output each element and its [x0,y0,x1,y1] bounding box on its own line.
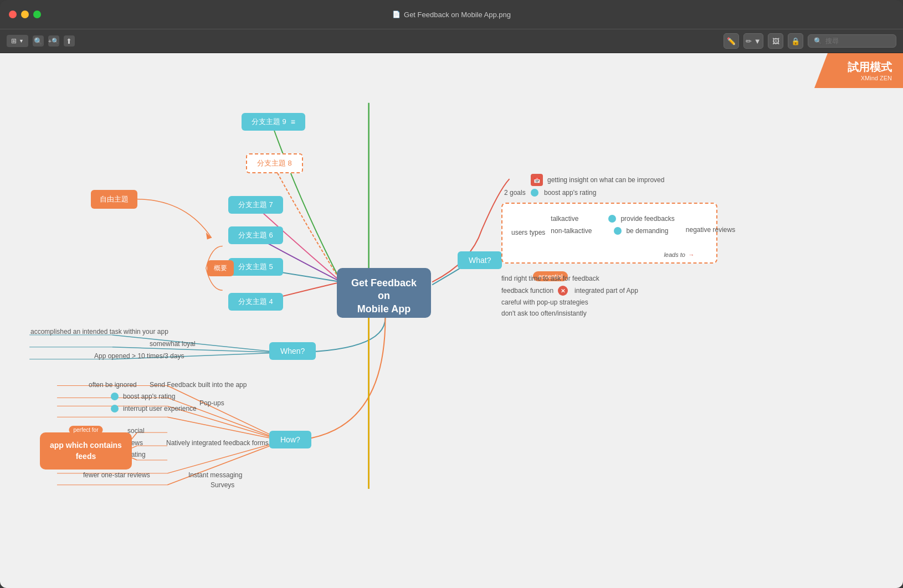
interrupt-bullet-icon [111,405,119,412]
branch5-label[interactable]: 分支主題 5 [228,258,283,276]
feedback-function-item: feedback function ✕ integrated part of A… [501,286,638,296]
mindmap-connectors [0,53,903,588]
be-demanding-item: be demanding [614,227,674,235]
branch7-node[interactable]: 分支主題 7 [228,196,283,214]
branch9-label[interactable]: 分支主題 9 ≡ [242,113,305,131]
share-icon: ⬆ [66,37,72,45]
lock-icon: 🔒 [791,37,800,45]
pencil-tool-button[interactable]: ✏️ [724,33,739,49]
natively-integrated-text: Natively integrated feedback forms [166,439,269,447]
what-label[interactable]: What? [458,251,502,269]
branch4-label[interactable]: 分支主題 4 [228,293,283,311]
user-types-list: talkactive non-talkactive [551,210,592,235]
outline-node[interactable]: 概要 [207,260,234,276]
svg-line-3 [112,335,284,353]
goals-label: 2 goals [504,189,526,197]
when-label[interactable]: When? [269,342,316,360]
what-node[interactable]: What? [458,251,502,269]
send-feedback-text: Send Feedback built into the app [150,381,247,389]
grid-icon: ⊞ [11,37,17,45]
share-button[interactable]: ⬆ [64,35,75,47]
minimize-button[interactable] [21,11,29,18]
branch8-node[interactable]: 分支主題 8 [246,153,303,173]
canvas: 分支主題 9 ≡ 分支主題 8 分支主題 7 分支主題 6 分支主題 5 [0,53,903,588]
maximize-button[interactable] [33,11,41,18]
app-node-wrapper[interactable]: perfect for app which containsfeeds [40,432,132,470]
bullet-icon2 [614,227,622,235]
branch8-label[interactable]: 分支主題 8 [246,153,303,173]
lock-button[interactable]: 🔒 [788,33,803,49]
zoom-out-icon: 🔍 [34,37,43,45]
boost-rating-item: boost app's rating [111,393,175,400]
goal2-item: boost app's rating [531,189,596,197]
surveys-text: Surveys [211,481,234,489]
branch4-node[interactable]: 分支主題 4 [228,293,283,311]
talkactive-item: talkactive [551,215,592,223]
non-talkactive-item: non-talkactive [551,227,592,235]
popups-text: Pop-ups [199,399,224,407]
how-label[interactable]: How? [269,431,311,448]
app-node-container: perfect for app which containsfeeds [40,432,132,470]
image-icon: 🖼 [772,37,779,45]
fewer-reviews-text: fewer one-star reviews [83,471,150,479]
search-box[interactable]: 🔍 [808,34,896,48]
leads-to-text: leads to → [664,251,694,258]
image-export-button[interactable]: 🖼 [768,33,783,49]
perfect-for-badge: perfect for [69,426,102,434]
free-topic-node[interactable]: 自由主題 [91,190,137,209]
interrupt-item: interrupt user experience [111,405,197,412]
trial-main-text: 試用模式 [825,60,892,75]
instant-messaging-text: Instant messaging [188,471,242,479]
users-types-label: users types [511,210,545,237]
careful-text: careful with pop-up strategies [501,298,588,306]
somewhat-loyal-text: somewhat loyal [150,340,196,348]
bullet-icon [608,215,616,223]
goal1-text: getting insight on what can be improved [547,176,664,184]
tool-dropdown-button[interactable]: ✏ ▼ [743,33,763,49]
goal2-text: boost app's rating [544,189,596,197]
provide-feedbacks-item: provide feedbacks [608,215,674,223]
dont-ask-text: don't ask too often/insistantly [501,310,587,317]
traffic-lights [9,11,41,18]
blue-bullet-icon [531,189,538,197]
svg-line-9 [167,386,283,441]
zoom-out-button[interactable]: 🔍 [33,35,44,47]
negative-reviews-item: negative reviews [686,210,735,234]
branch9-node[interactable]: 分支主題 9 ≡ [242,113,305,131]
accomplished-text: accomplished an intended task within you… [30,328,168,336]
branch6-label[interactable]: 分支主題 6 [228,226,283,244]
branch6-node[interactable]: 分支主題 6 [228,226,283,244]
tool-dropdown-icon: ✏ ▼ [746,37,761,45]
pencil-icon: ✏️ [727,37,736,45]
window-title: 📄 Get Feedback on Mobile App.png [392,11,511,19]
branch7-label[interactable]: 分支主題 7 [228,196,283,214]
panel-content: users types talkactive non-talkactive pr… [511,210,707,256]
when-node[interactable]: When? [269,342,316,360]
dropdown-arrow: ▼ [19,38,24,44]
users-panel: users types talkactive non-talkactive pr… [501,203,717,264]
close-button[interactable] [9,11,17,18]
free-topic-label[interactable]: 自由主題 [91,190,137,209]
search-input[interactable] [825,37,892,45]
app-node-label[interactable]: app which containsfeeds [40,432,132,470]
goal1-item: 📅 getting insight on what can be improve… [531,174,664,186]
outline-label[interactable]: 概要 [207,260,234,276]
toolbar-right: ✏️ ✏ ▼ 🖼 🔒 🔍 [724,33,896,49]
trial-sub-text: XMind ZEN [825,75,892,81]
search-icon: 🔍 [814,37,822,45]
app-window: 📄 Get Feedback on Mobile App.png ⊞ ▼ 🔍 +… [0,0,903,588]
trial-badge: 試用模式 XMind ZEN [814,53,903,88]
central-label[interactable]: Get Feedback onMobile App [337,268,431,318]
svg-marker-2 [206,233,212,240]
central-node[interactable]: Get Feedback onMobile App [337,268,431,318]
app-opened-text: App opened > 10 times/3 days [94,352,184,360]
zoom-in-button[interactable]: +🔍 [48,35,59,47]
feedback-types: provide feedbacks be demanding [608,210,674,235]
red-x-icon: ✕ [558,286,568,296]
toolbar: ⊞ ▼ 🔍 +🔍 ⬆ ✏️ ✏ ▼ 🖼 🔒 🔍 [0,29,903,53]
branch5-node[interactable]: 分支主題 5 [228,258,283,276]
find-time-text: find right time to ask for feedback [501,275,599,282]
calendar-icon: 📅 [531,174,543,186]
view-toggle-button[interactable]: ⊞ ▼ [7,35,28,47]
how-node[interactable]: How? [269,431,311,448]
